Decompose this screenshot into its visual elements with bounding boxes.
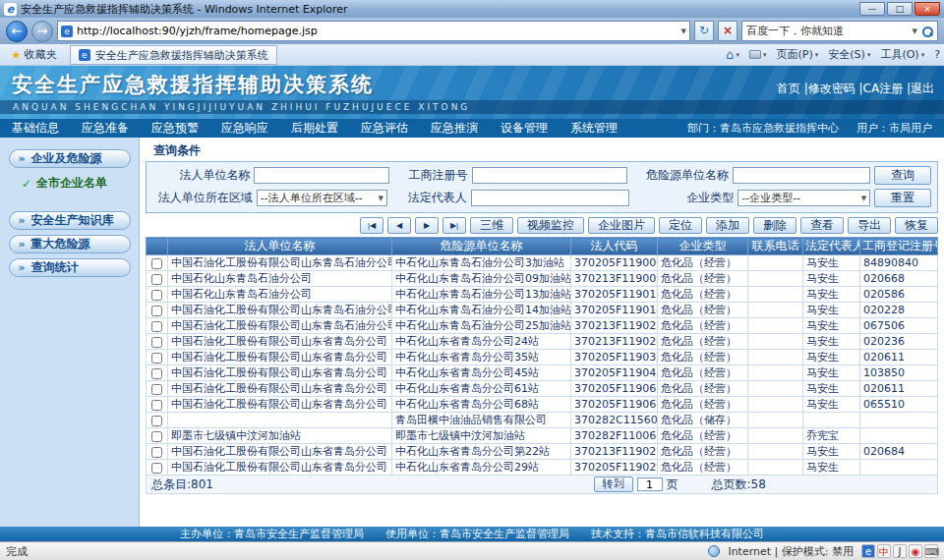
company-type-select[interactable]: --企业类型-- ▼ bbox=[738, 190, 870, 206]
cell-legal-code: 370205F119014 bbox=[571, 303, 658, 318]
sidebar-group-query-statistics[interactable]: » 查询统计 bbox=[9, 258, 131, 277]
toolbar-button-3[interactable]: 定位 bbox=[659, 217, 702, 234]
favorites-label: 收藏夹 bbox=[25, 47, 57, 62]
business-reg-input[interactable] bbox=[472, 167, 627, 184]
header-link-0[interactable]: 首页 bbox=[777, 82, 800, 95]
safety-menu[interactable]: 安全(S) ▾ bbox=[828, 47, 870, 62]
pager-button-3[interactable]: ▶| bbox=[442, 217, 466, 234]
nav-item-5[interactable]: 应急评估 bbox=[361, 120, 408, 137]
print-icon bbox=[749, 50, 761, 59]
toolbar-button-0[interactable]: 三维 bbox=[470, 217, 513, 234]
tray-icon-4[interactable]: ⌨ bbox=[924, 544, 938, 558]
back-button[interactable]: ← bbox=[6, 21, 28, 42]
search-input[interactable]: 百度一下，你就知道 bbox=[746, 24, 909, 38]
help-icon: ? bbox=[934, 48, 940, 61]
address-field[interactable]: e http://localhost:90/yjzh/frame/homepag… bbox=[57, 21, 690, 41]
row-checkbox[interactable] bbox=[151, 274, 162, 285]
hazard-name-input[interactable] bbox=[733, 167, 870, 184]
toolbar-button-6[interactable]: 查看 bbox=[800, 217, 844, 234]
pager-button-0[interactable]: |◀ bbox=[360, 217, 384, 234]
pager-button-1[interactable]: ◀ bbox=[387, 217, 411, 234]
nav-item-2[interactable]: 应急预警 bbox=[151, 120, 199, 137]
sidebar-group-enterprise-hazard[interactable]: » 企业及危险源 bbox=[9, 149, 131, 168]
table-row: 中国石油化工股份有限公司山东青岛石油分公司中石化山东青岛石油分公司3加油站370… bbox=[147, 255, 938, 271]
minimize-button[interactable]: — bbox=[859, 2, 885, 16]
nav-item-0[interactable]: 基础信息 bbox=[12, 120, 59, 137]
toolbar-button-5[interactable]: 删除 bbox=[753, 217, 796, 234]
star-icon: ★ bbox=[11, 48, 22, 62]
chevron-down-icon: ▼ bbox=[861, 195, 866, 202]
tray-icon-3[interactable]: ◉ bbox=[909, 544, 922, 558]
nav-item-7[interactable]: 设备管理 bbox=[501, 120, 548, 137]
cell-legal-code: 370213F119022 bbox=[571, 444, 658, 460]
toolbar-button-4[interactable]: 添加 bbox=[706, 217, 749, 234]
nav-item-1[interactable]: 应急准备 bbox=[82, 120, 129, 137]
row-checkbox[interactable] bbox=[151, 400, 162, 411]
row-checkbox[interactable] bbox=[151, 416, 162, 426]
search-box[interactable]: 百度一下，你就知道 ▼ bbox=[741, 21, 938, 41]
header-link-2[interactable]: CA注册 bbox=[863, 82, 904, 95]
row-checkbox[interactable] bbox=[151, 290, 162, 301]
favorites-button[interactable]: ★ 收藏夹 bbox=[4, 45, 64, 64]
tools-menu[interactable]: 工具(O) ▾ bbox=[880, 47, 924, 62]
row-checkbox[interactable] bbox=[151, 306, 162, 316]
home-button[interactable]: ⌂ ▾ bbox=[726, 47, 739, 62]
reset-button[interactable]: 重置 bbox=[874, 189, 931, 207]
print-button[interactable]: ▾ bbox=[749, 50, 767, 59]
row-checkbox[interactable] bbox=[151, 463, 162, 474]
row-checkbox[interactable] bbox=[151, 384, 162, 395]
page-menu[interactable]: 页面(P) ▾ bbox=[777, 47, 819, 62]
stop-button[interactable]: × bbox=[718, 21, 738, 41]
sidebar-group-knowledge-base[interactable]: » 安全生产知识库 bbox=[9, 211, 131, 230]
goto-page-input[interactable] bbox=[637, 477, 663, 491]
tray-icon-2[interactable]: J bbox=[893, 544, 907, 558]
nav-item-6[interactable]: 应急推演 bbox=[431, 120, 478, 137]
search-dropdown-icon[interactable]: ▼ bbox=[913, 28, 917, 35]
goto-page-button[interactable]: 转到 bbox=[594, 476, 633, 492]
tray-icon-0[interactable]: e bbox=[861, 544, 875, 558]
row-checkbox[interactable] bbox=[151, 431, 162, 442]
pager-button-2[interactable]: ▶ bbox=[415, 217, 439, 234]
nav-item-8[interactable]: 系统管理 bbox=[570, 120, 618, 137]
row-checkbox[interactable] bbox=[151, 321, 162, 332]
legal-name-input[interactable] bbox=[254, 167, 389, 184]
maximize-button[interactable]: □ bbox=[887, 2, 913, 16]
forward-button[interactable]: → bbox=[31, 21, 53, 42]
cell-legal-rep: 马安生 bbox=[803, 255, 860, 271]
cell-legal-name: 中国石油化工股份有限公司山东省青岛分公司 bbox=[168, 381, 392, 397]
row-checkbox-cell bbox=[147, 287, 168, 303]
nav-item-3[interactable]: 应急响应 bbox=[221, 120, 268, 137]
toolbar-button-8[interactable]: 恢复 bbox=[895, 217, 938, 234]
nav-item-4[interactable]: 后期处置 bbox=[291, 120, 338, 137]
help-menu[interactable]: ? bbox=[934, 48, 940, 61]
row-checkbox[interactable] bbox=[151, 353, 162, 364]
cell-legal-name: 中国石油化工股份有限公司山东省青岛分公司 bbox=[168, 350, 392, 365]
toolbar-button-1[interactable]: 视频监控 bbox=[517, 217, 584, 234]
close-button[interactable]: × bbox=[914, 2, 940, 16]
cell-phone bbox=[748, 271, 803, 287]
legal-rep-input[interactable] bbox=[471, 190, 630, 206]
header-link-3[interactable]: 退出 bbox=[911, 82, 934, 95]
row-checkbox[interactable] bbox=[151, 368, 162, 379]
header-link-1[interactable]: 修改密码 bbox=[808, 82, 856, 95]
browser-tab[interactable]: e 安全生产应急救援指挥辅助决策系统 bbox=[70, 45, 277, 65]
row-checkbox-cell bbox=[147, 255, 168, 271]
refresh-button[interactable]: ↻ bbox=[694, 21, 714, 41]
region-select[interactable]: --法人单位所在区域-- ▼ bbox=[257, 190, 387, 206]
address-url[interactable]: http://localhost:90/yjzh/frame/homepage.… bbox=[77, 25, 678, 37]
toolbar-button-7[interactable]: 导出 bbox=[848, 217, 891, 234]
row-checkbox[interactable] bbox=[151, 337, 162, 348]
search-icon[interactable] bbox=[921, 26, 933, 37]
row-checkbox[interactable] bbox=[151, 258, 162, 269]
row-checkbox[interactable] bbox=[151, 447, 162, 458]
main-nav: 基础信息应急准备应急预警应急响应后期处置应急评估应急推演设备管理系统管理 部门：… bbox=[0, 119, 944, 138]
cell-hazard-name: 中石化山东青岛石油分公司14加油站 bbox=[392, 303, 571, 318]
sidebar-item-citywide-enterprises[interactable]: ✓ 全市企业名单 bbox=[0, 173, 139, 194]
sidebar-group-major-hazards[interactable]: » 重大危险源 bbox=[9, 235, 131, 253]
cell-company-type: 危化品（经营） bbox=[658, 350, 748, 365]
toolbar-button-2[interactable]: 企业图片 bbox=[588, 217, 655, 234]
tray-icon-1[interactable]: 中 bbox=[877, 544, 891, 558]
search-button[interactable]: 查询 bbox=[874, 166, 931, 185]
address-dropdown-icon[interactable]: ▼ bbox=[681, 28, 686, 35]
home-icon: ⌂ bbox=[726, 47, 734, 62]
